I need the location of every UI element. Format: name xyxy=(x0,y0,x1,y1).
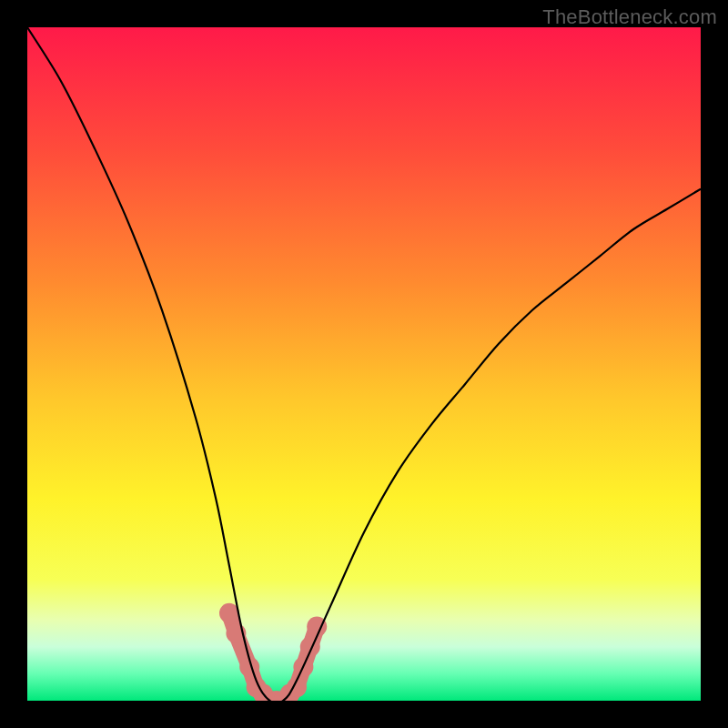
bottleneck-chart xyxy=(27,27,701,701)
plot-area xyxy=(27,27,701,701)
watermark-text: TheBottleneck.com xyxy=(542,5,717,29)
gradient-background xyxy=(27,27,701,701)
chart-frame: TheBottleneck.com xyxy=(0,0,728,728)
